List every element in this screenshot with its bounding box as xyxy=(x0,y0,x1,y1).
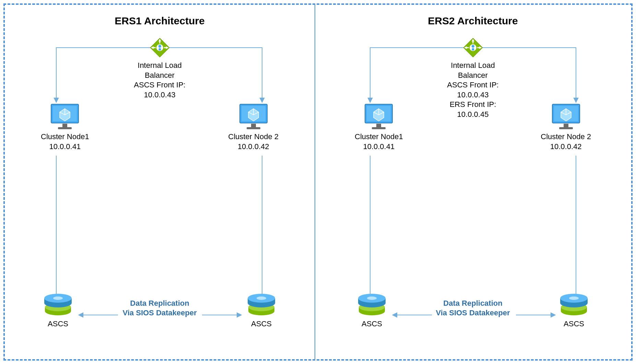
lb-line: Internal Load xyxy=(447,61,498,71)
vm-icon xyxy=(551,102,581,130)
svg-point-23 xyxy=(53,296,63,300)
svg-point-37 xyxy=(472,48,474,51)
disk-label: ASCS xyxy=(356,319,387,328)
svg-rect-15 xyxy=(247,127,260,129)
svg-rect-14 xyxy=(251,124,256,127)
ers1-replication-label: Data Replication Via SIOS Datakeeper xyxy=(122,299,197,318)
ers2-cluster-node2: Cluster Node 2 10.0.0.42 xyxy=(541,102,591,151)
disk-icon xyxy=(246,293,277,317)
lb-line: ASCS Front IP: xyxy=(134,80,185,90)
replication-line: Via SIOS Datakeeper xyxy=(436,308,510,318)
ers1-panel: ERS1 Architecture Intern xyxy=(5,5,315,359)
svg-point-6 xyxy=(158,48,161,51)
disk-label: ASCS xyxy=(246,319,277,328)
node-name: Cluster Node 2 xyxy=(541,132,591,142)
load-balancer-icon xyxy=(149,37,170,58)
svg-point-30 xyxy=(257,296,266,300)
svg-rect-45 xyxy=(564,124,568,127)
vm-icon xyxy=(363,102,394,130)
svg-rect-46 xyxy=(559,127,573,129)
node-ip: 10.0.0.42 xyxy=(228,142,279,152)
ers2-lb-label: Internal Load Balancer ASCS Front IP: 10… xyxy=(447,61,498,120)
replication-line: Data Replication xyxy=(436,299,510,308)
lb-line: Balancer xyxy=(134,71,185,81)
node-name: Cluster Node1 xyxy=(355,132,403,142)
ers2-disk2: ASCS xyxy=(558,293,589,328)
svg-point-54 xyxy=(367,296,377,300)
lb-line: 10.0.0.45 xyxy=(447,110,498,120)
svg-rect-40 xyxy=(376,124,381,127)
ers1-disk2: ASCS xyxy=(246,293,277,328)
vm-icon xyxy=(49,102,80,130)
disk-label: ASCS xyxy=(558,319,589,328)
node-ip: 10.0.0.41 xyxy=(355,142,403,152)
disk-icon xyxy=(558,293,589,317)
node-name: Cluster Node1 xyxy=(41,132,89,142)
lb-line: 10.0.0.43 xyxy=(134,90,185,100)
vm-icon xyxy=(238,102,269,130)
lb-line: ASCS Front IP: xyxy=(447,80,498,90)
node-name: Cluster Node 2 xyxy=(228,132,279,142)
ers2-disk1: ASCS xyxy=(356,293,387,328)
load-balancer-icon xyxy=(462,37,483,58)
svg-point-61 xyxy=(569,296,579,300)
node-ip: 10.0.0.42 xyxy=(541,142,591,152)
ers2-cluster-node1: Cluster Node1 10.0.0.41 xyxy=(355,102,403,151)
ers1-load-balancer: Internal Load Balancer ASCS Front IP: 10… xyxy=(134,37,185,100)
svg-point-5 xyxy=(158,45,161,48)
disk-icon xyxy=(356,293,387,317)
svg-rect-41 xyxy=(372,127,386,129)
node-ip: 10.0.0.41 xyxy=(41,142,89,152)
ers2-panel: ERS2 Architecture Internal Load Balancer xyxy=(315,5,631,359)
svg-rect-10 xyxy=(58,127,72,129)
ers1-cluster-node2: Cluster Node 2 10.0.0.42 xyxy=(228,102,279,151)
ers1-cluster-node1: Cluster Node1 10.0.0.41 xyxy=(41,102,89,151)
lb-line: 10.0.0.43 xyxy=(447,90,498,100)
lb-line: Balancer xyxy=(447,71,498,81)
lb-line: ERS Front IP: xyxy=(447,100,498,110)
replication-line: Data Replication xyxy=(122,299,197,308)
ers1-lb-label: Internal Load Balancer ASCS Front IP: 10… xyxy=(134,61,185,100)
lb-line: Internal Load xyxy=(134,61,185,71)
svg-point-36 xyxy=(471,45,474,48)
ers1-disk1: ASCS xyxy=(43,293,73,328)
replication-line: Via SIOS Datakeeper xyxy=(122,308,197,318)
disk-label: ASCS xyxy=(43,319,73,328)
ers2-replication-label: Data Replication Via SIOS Datakeeper xyxy=(436,299,510,318)
disk-icon xyxy=(43,293,73,317)
ers2-load-balancer: Internal Load Balancer ASCS Front IP: 10… xyxy=(447,37,498,120)
svg-rect-9 xyxy=(62,124,67,127)
